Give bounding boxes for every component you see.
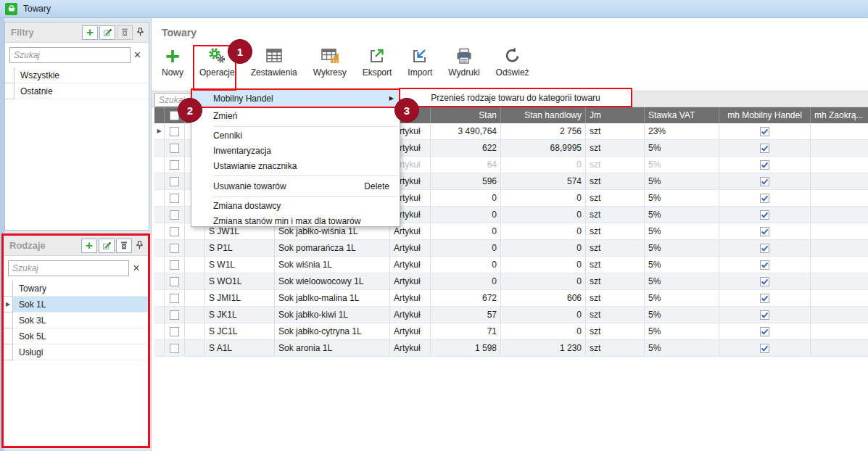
add-type-button[interactable]: +: [81, 239, 97, 253]
row-checkbox[interactable]: [170, 344, 179, 353]
toolbar-button-eksport[interactable]: Eksport: [358, 41, 397, 79]
types-search-input[interactable]: [8, 260, 129, 276]
menu-item-ustawianie-znacznika[interactable]: Ustawianie znacznika: [191, 159, 400, 174]
toolbar-button-nowy[interactable]: +Nowy: [157, 41, 188, 79]
menu-item-zmiana-dostawcy[interactable]: Zmiana dostawcy: [191, 199, 400, 214]
row-checkbox[interactable]: [170, 177, 179, 186]
submenu-item-przenies-rodzaje[interactable]: Przenieś rodzaje towaru do kategorii tow…: [399, 88, 632, 107]
type-item-sok-1l[interactable]: ▶Sok 1L: [4, 297, 148, 313]
cell-select[interactable]: [165, 340, 185, 356]
table-row[interactable]: S W1LSok wiśnia 1LArtykuł00szt5%: [154, 257, 868, 273]
cell-mh[interactable]: [719, 123, 811, 139]
delete-type-button[interactable]: [116, 239, 132, 253]
table-row[interactable]: S WO1LSok wieloowocowy 1LArtykuł00szt5%: [154, 273, 868, 290]
mh-checkbox-checked[interactable]: [760, 244, 769, 253]
cell-select[interactable]: [165, 173, 185, 189]
cell-mh[interactable]: [719, 223, 811, 239]
mh-checkbox-checked[interactable]: [760, 227, 769, 236]
cell-select[interactable]: [165, 290, 185, 306]
add-filter-button[interactable]: +: [82, 25, 98, 40]
filter-item-ostatnie[interactable]: Ostatnie: [5, 83, 149, 99]
cell-mh[interactable]: [719, 173, 811, 189]
toolbar-button-import[interactable]: Import: [403, 41, 437, 79]
table-row[interactable]: S JK1LSok jabłko-kiwi 1LArtykuł570szt5%: [154, 307, 868, 323]
type-item-sok-3l[interactable]: Sok 3L: [4, 313, 148, 328]
cell-select[interactable]: [165, 323, 185, 339]
cell-mh[interactable]: [719, 273, 811, 289]
mh-checkbox-checked[interactable]: [760, 310, 769, 320]
row-checkbox[interactable]: [170, 210, 179, 220]
menu-item-cenniki[interactable]: Cenniki: [191, 128, 400, 144]
mh-checkbox-checked[interactable]: [760, 210, 769, 220]
menu-item-zmień[interactable]: Zmień: [191, 107, 400, 125]
row-checkbox[interactable]: [170, 160, 179, 170]
cell-select[interactable]: [165, 240, 185, 256]
filters-search-input[interactable]: [9, 47, 131, 63]
filters-search-clear-icon[interactable]: ×: [131, 47, 144, 63]
cell-mh[interactable]: [719, 257, 811, 273]
cell-mh[interactable]: [719, 340, 811, 356]
toolbar-button-wydruki[interactable]: Wydruki: [444, 41, 484, 79]
mh-checkbox-checked[interactable]: [760, 277, 769, 286]
menu-item-inwentaryzacja[interactable]: Inwentaryzacja: [191, 144, 400, 159]
toolbar-button-odśwież[interactable]: Odśwież: [492, 41, 534, 79]
row-checkbox[interactable]: [170, 127, 179, 136]
cell-select[interactable]: [165, 140, 185, 156]
row-checkbox[interactable]: [170, 327, 179, 336]
table-row[interactable]: S JMI1LSok jablko-malina 1LArtykuł672606…: [154, 290, 868, 307]
cell-select[interactable]: [165, 157, 185, 173]
cell-mh[interactable]: [719, 290, 811, 306]
cell-mh[interactable]: [719, 323, 811, 339]
header-mh[interactable]: mh Mobilny Handel: [719, 107, 811, 123]
filter-item-wszystkie[interactable]: Wszystkie: [5, 67, 149, 83]
edit-filter-button[interactable]: [99, 25, 115, 40]
types-search-clear-icon[interactable]: ×: [129, 260, 144, 276]
cell-select[interactable]: [165, 257, 185, 273]
cell-mh[interactable]: [719, 240, 811, 256]
table-row[interactable]: S JC1LSok jabłko-cytryna 1LArtykuł710szt…: [154, 323, 868, 340]
row-checkbox[interactable]: [170, 144, 179, 153]
row-checkbox[interactable]: [170, 310, 179, 320]
cell-select[interactable]: [165, 273, 185, 289]
table-row[interactable]: S P1LSok pomarańcza 1LArtykuł00szt5%: [154, 240, 868, 257]
menu-item-zmiana-stanów-min-i-max-dla-towarów[interactable]: Zmiana stanów min i max dla towarów: [191, 214, 400, 229]
mh-checkbox-checked[interactable]: [760, 260, 769, 270]
header-stan_handlowy[interactable]: Stan handlowy: [501, 107, 586, 123]
cell-select[interactable]: [165, 307, 185, 323]
header-vat[interactable]: Stawka VAT: [645, 107, 719, 123]
cell-mh[interactable]: [719, 140, 811, 156]
cell-select[interactable]: [165, 123, 185, 139]
row-checkbox[interactable]: [170, 294, 179, 303]
type-item-sok-5l[interactable]: Sok 5L: [4, 328, 148, 344]
row-checkbox[interactable]: [170, 260, 179, 270]
row-checkbox[interactable]: [170, 277, 179, 286]
cell-mh[interactable]: [719, 157, 811, 173]
cell-select[interactable]: [165, 207, 185, 223]
header-stan[interactable]: Stan: [431, 107, 501, 123]
menu-item-usuwanie-towarów[interactable]: Usuwanie towarówDelete: [191, 178, 400, 195]
cell-select[interactable]: [165, 190, 185, 206]
type-item-usługi[interactable]: Usługi: [4, 344, 148, 360]
table-row[interactable]: S A1LSok aronia 1LArtykuł1 5981 230szt5%: [154, 340, 868, 357]
header-indicator[interactable]: [154, 107, 165, 123]
cell-mh[interactable]: [719, 307, 811, 323]
mh-checkbox-checked[interactable]: [760, 160, 769, 170]
mh-checkbox-checked[interactable]: [760, 294, 769, 303]
mh-checkbox-checked[interactable]: [760, 127, 769, 136]
type-item-towary[interactable]: Towary: [4, 281, 148, 297]
row-checkbox[interactable]: [170, 194, 179, 203]
pin-panel-button[interactable]: [134, 25, 146, 40]
mh-checkbox-checked[interactable]: [760, 194, 769, 203]
header-jm[interactable]: Jm: [586, 107, 645, 123]
window-title-tab[interactable]: Towary: [23, 4, 51, 14]
edit-type-button[interactable]: [99, 239, 115, 253]
toolbar-button-wykresy[interactable]: Wykresy: [309, 41, 351, 79]
mh-checkbox-checked[interactable]: [760, 344, 769, 353]
cell-mh[interactable]: [719, 207, 811, 223]
cell-mh[interactable]: [719, 190, 811, 206]
toolbar-button-zestawienia[interactable]: Zestawienia: [247, 41, 302, 79]
pin-panel-button[interactable]: [133, 239, 145, 253]
row-checkbox[interactable]: [170, 244, 179, 253]
header-zaokr[interactable]: mh Zaokrą...: [811, 107, 868, 123]
mh-checkbox-checked[interactable]: [760, 327, 769, 336]
